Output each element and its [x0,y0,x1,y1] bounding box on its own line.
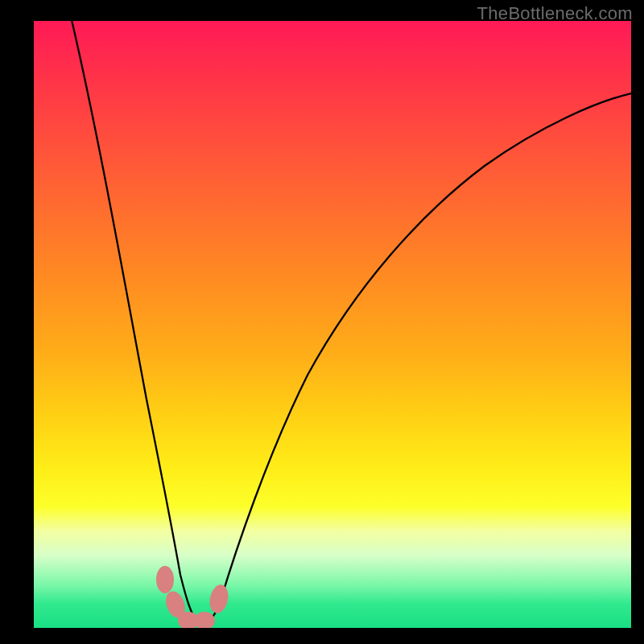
marker-dot [156,566,174,593]
marker-dot [194,612,215,628]
chart-frame: TheBottleneck.com [0,0,644,644]
plot-area [34,21,631,628]
watermark-text: TheBottleneck.com [477,3,633,24]
marker-dot [207,583,230,615]
bottleneck-curve [70,21,631,624]
bottleneck-curve-svg [34,21,631,628]
